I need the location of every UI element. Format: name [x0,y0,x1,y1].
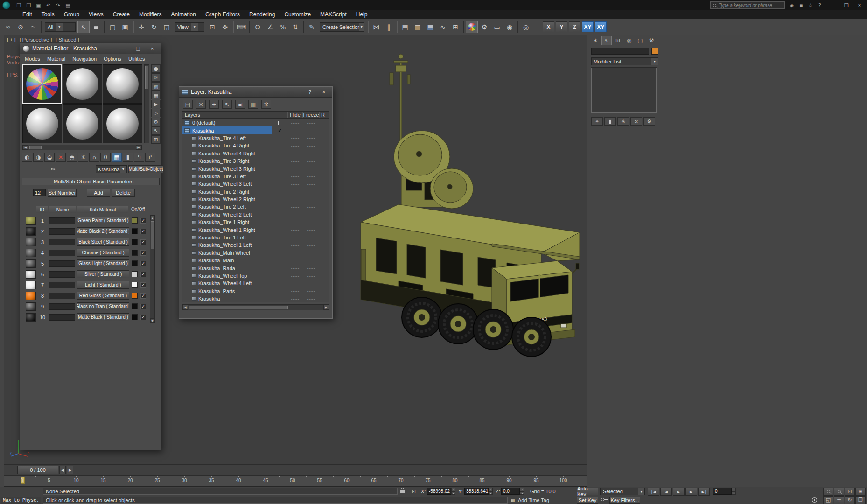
selection-lock-toggle[interactable] [400,487,405,493]
help-icon[interactable]: ? [816,1,824,9]
layer-row[interactable]: Krasukha_Main Wheel---------- [182,249,329,257]
layer-row[interactable]: Krasukha---------- [182,295,329,302]
column-header-render[interactable]: R [320,112,329,118]
me-menu-material[interactable]: Material [47,56,65,62]
tab-utilities[interactable]: ⚒ [646,36,657,45]
freeze-cell[interactable]: ----- [303,274,320,278]
toggle-ribbon-icon[interactable]: ▦ [424,21,436,33]
axis-constraint-xy-button[interactable]: XY [595,21,607,32]
sub-material-color-swatch[interactable] [132,271,138,277]
viewport-shading-button[interactable]: [ Shaded ] [56,37,79,42]
previous-frame-button[interactable]: ◄ [660,488,672,496]
new-scene-icon[interactable]: ❏ [14,1,23,9]
sub-material-enable-checkbox[interactable]: ✓ [140,218,146,224]
sub-material-color-swatch[interactable] [132,303,138,309]
material-slot[interactable] [63,64,102,104]
material-count-field[interactable]: 12 [33,189,46,196]
sub-material-enable-checkbox[interactable]: ✓ [140,315,146,320]
freeze-cell[interactable]: ----- [303,289,320,293]
zoom-extents-icon[interactable]: ⊡ [845,488,855,496]
pin-stack-icon[interactable]: ⌖ [591,117,603,126]
go-forward-to-sibling-icon[interactable]: ↱ [145,153,155,162]
layer-row-label[interactable]: Krasukha_Wheel Top [182,272,272,280]
layer-row[interactable]: Krasukha_Wheel 2 Left---------- [182,211,329,218]
menu-rendering[interactable]: Rendering [245,11,280,18]
show-end-result-icon[interactable]: ▮ [123,153,133,162]
zoom-all-icon[interactable] [834,488,844,496]
freeze-cell[interactable]: ----- [303,144,320,148]
viewport-menu-button[interactable]: [ + ] [7,37,16,42]
freeze-cell[interactable]: ----- [303,212,320,217]
me-menu-modes[interactable]: Modes [25,56,40,62]
y-coordinate-field[interactable]: 38318.641 [464,488,489,495]
sub-material-button[interactable]: Matte Black ( Standard ) [77,313,129,321]
freeze-cell[interactable]: ----- [303,281,320,286]
background-icon[interactable]: ▨ [151,82,161,91]
tab-motion[interactable]: ◎ [624,36,634,45]
sub-material-enable-checkbox[interactable]: ✓ [140,239,146,245]
menu-modifiers[interactable]: Modifiers [134,11,167,18]
sub-material-button[interactable]: Light ( Standard ) [77,281,129,289]
sample-slots-hscrollbar[interactable]: ◀ ▶ [22,145,142,150]
sub-material-color-swatch[interactable] [132,239,138,245]
sub-material-enable-checkbox[interactable]: ✓ [140,250,146,256]
absolute-mode-toggle[interactable]: ⊡ [410,488,418,495]
scroll-left-icon[interactable]: ◀ [182,305,188,310]
object-color-swatch[interactable] [651,48,658,55]
hide-cell[interactable]: ----- [288,243,303,247]
material-slot[interactable] [63,104,102,143]
layer-row-label[interactable]: Krasukha_Wheel 2 Right [182,196,272,203]
percent-snap-icon[interactable]: % [277,21,289,33]
layer-row[interactable]: Krasukha_Tire 2 Right---------- [182,188,329,196]
hide-cell[interactable]: ----- [288,274,303,278]
communication-center-icon[interactable]: ◈ [788,1,796,9]
maxscript-mini-listener-button[interactable]: Max to Physc. [1,497,41,504]
material-editor-icon[interactable] [466,21,478,33]
sub-material-button[interactable]: Glass no Tran ( Standard ) [77,302,129,310]
layer-row[interactable]: 0 (default)---------- [182,119,329,126]
sub-material-button[interactable]: Black Steel ( Standard ) [77,238,129,246]
layer-row[interactable]: Krasukha_Tire 3 Left---------- [182,173,329,180]
get-material-icon[interactable]: ◐ [22,153,32,162]
sub-material-color-swatch[interactable] [132,217,138,224]
material-name-dropdown[interactable]: Krasukha ▾ [96,165,126,173]
sub-material-button[interactable]: Red Gloss ( Standard ) [77,292,129,300]
zoom-region-icon[interactable]: ◱ [823,496,833,504]
layer-row[interactable]: Krasukha_Main---------- [182,257,329,264]
bind-to-space-warp-icon[interactable]: ≈ [27,21,39,33]
layer-row-label[interactable]: Krasukha_Parts [182,287,272,295]
scroll-up-icon[interactable]: ▲ [150,216,154,220]
hide-layers-icon[interactable]: ▥ [248,100,258,109]
orbit-icon[interactable]: ↻ [845,496,855,504]
sub-material-name-field[interactable] [49,303,75,310]
tab-hierarchy[interactable]: ⊞ [613,36,623,45]
select-objects-in-layer-icon[interactable]: ↖ [222,100,232,109]
window-crossing-icon[interactable]: ▣ [119,21,131,33]
freeze-cell[interactable]: ----- [303,121,320,125]
hide-cell[interactable]: ----- [288,174,303,178]
sub-material-color-swatch[interactable] [132,293,138,299]
freeze-cell[interactable]: ----- [303,159,320,163]
sub-material-name-field[interactable] [49,314,75,321]
sub-material-color-swatch[interactable] [132,282,138,288]
hide-cell[interactable]: ----- [288,236,303,240]
hide-cell[interactable]: ----- [288,205,303,209]
menu-customize[interactable]: Customize [280,11,315,18]
key-filters-button[interactable]: Key Filters... [609,497,640,504]
auto-key-button[interactable]: Auto Key [577,488,598,495]
layer-row-label[interactable]: Krasukha_Wheel 1 Right [182,226,272,233]
go-to-start-button[interactable]: |◄ [648,488,659,496]
scroll-right-icon[interactable]: ▶ [323,305,329,310]
freeze-cell[interactable]: ----- [303,243,320,247]
freeze-cell[interactable]: ----- [303,151,320,155]
sub-material-enable-checkbox[interactable]: ✓ [140,293,146,299]
hide-cell[interactable]: ----- [288,220,303,224]
unlink-selection-icon[interactable]: ⊘ [14,21,27,33]
video-color-check-icon[interactable]: ▶ [151,100,161,108]
play-button[interactable]: ► [673,488,685,496]
freeze-cell[interactable]: ----- [303,251,320,255]
freeze-cell[interactable]: ----- [303,167,320,171]
material-preview-swatch[interactable] [26,270,36,279]
set-keys-toggle[interactable] [601,498,604,501]
layer-row-label[interactable]: Krasukha_Main [182,257,272,264]
